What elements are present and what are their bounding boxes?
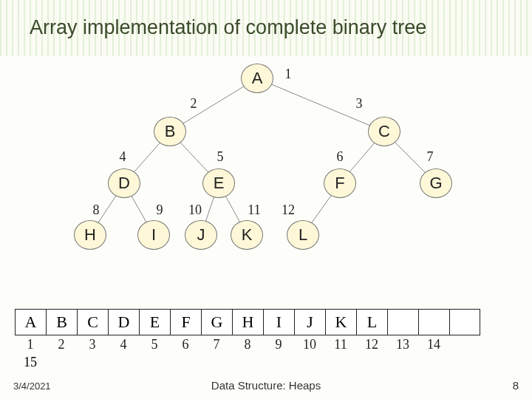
tree-node-index: 12 <box>282 202 295 218</box>
array-index: 13 <box>387 337 418 352</box>
array-index: 3 <box>77 337 108 352</box>
array-cell: A <box>15 309 46 335</box>
tree-node: G <box>420 168 452 198</box>
array-index: 8 <box>232 337 263 352</box>
array-cell: C <box>77 309 108 335</box>
binary-tree-diagram: ABCDEFGHIJKL 123456789101112 <box>0 64 532 285</box>
array-index: 2 <box>46 337 77 352</box>
tree-node: J <box>185 220 217 250</box>
tree-node: I <box>137 220 170 250</box>
array-cell: K <box>325 309 356 335</box>
array-cell: H <box>232 309 263 335</box>
array-index: 7 <box>201 337 232 352</box>
array-index: 12 <box>356 337 387 352</box>
array-index: 9 <box>263 337 294 352</box>
array-cell <box>418 309 449 335</box>
array-index: 5 <box>139 337 170 352</box>
array-cell: B <box>46 309 77 335</box>
array-index-row: 1234567891011121314 <box>15 337 449 352</box>
tree-edges <box>0 64 532 315</box>
tree-node: B <box>154 117 186 146</box>
tree-node: A <box>241 64 273 93</box>
array-index: 6 <box>170 337 201 352</box>
slide-footer: Data Structure: Heaps <box>211 379 321 392</box>
tree-node-index: 3 <box>356 96 363 112</box>
tree-node-index: 2 <box>191 96 197 112</box>
array-index: 14 <box>418 337 449 352</box>
array-index: 1 <box>15 337 46 352</box>
array-cell: J <box>294 309 325 335</box>
tree-node-index: 4 <box>120 149 126 165</box>
slide-page-number: 8 <box>513 379 519 392</box>
array-index: 10 <box>294 337 325 352</box>
tree-node-index: 9 <box>157 202 163 218</box>
tree-node: D <box>108 168 140 198</box>
tree-node: K <box>231 220 263 250</box>
tree-node: C <box>368 117 400 146</box>
tree-node: E <box>202 168 235 198</box>
array-cell: F <box>170 309 201 335</box>
tree-node: F <box>324 168 356 198</box>
array-cell: G <box>201 309 232 335</box>
tree-node-index: 6 <box>337 149 344 165</box>
array-cell: E <box>139 309 170 335</box>
array-cell: D <box>108 309 139 335</box>
array-row: ABCDEFGHIJKL <box>15 309 480 335</box>
array-cell <box>449 309 480 335</box>
array-cell: L <box>356 309 387 335</box>
tree-node: H <box>74 220 106 250</box>
svg-line-1 <box>257 78 384 132</box>
tree-node-index: 10 <box>188 202 202 218</box>
array-index: 4 <box>108 337 139 352</box>
slide-date: 3/4/2021 <box>13 381 51 392</box>
tree-node-index: 5 <box>217 149 224 165</box>
tree-node: L <box>287 220 319 250</box>
array-cell <box>387 309 418 335</box>
tree-node-index: 8 <box>93 202 100 218</box>
tree-node-index: 11 <box>248 202 260 218</box>
tree-node-index: 1 <box>285 66 292 82</box>
slide-title: Array implementation of complete binary … <box>30 16 426 39</box>
array-index: 11 <box>325 337 356 352</box>
tree-node-index: 7 <box>427 149 434 165</box>
array-cell: I <box>263 309 294 335</box>
array-index-15: 15 <box>15 355 46 370</box>
